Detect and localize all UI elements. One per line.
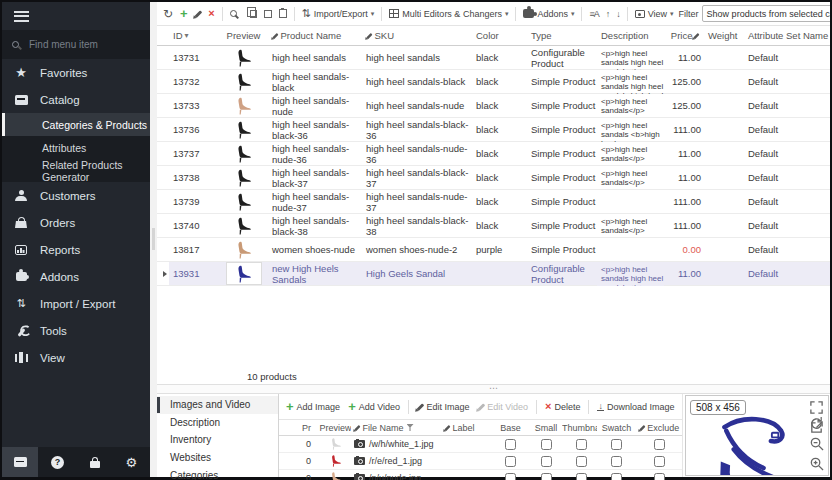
small-checkbox[interactable]: [541, 439, 552, 450]
sidebar-item-catalog[interactable]: Catalog: [2, 86, 150, 113]
sidebar-item-view[interactable]: View: [2, 344, 150, 371]
rotate-icon[interactable]: [809, 416, 824, 431]
move-up-button[interactable]: ↑: [604, 7, 612, 21]
column-header-position[interactable]: Pr: [287, 423, 317, 433]
exclude-checkbox[interactable]: [654, 456, 665, 467]
table-row[interactable]: 13739 high heel sandals-nude-37high heel…: [157, 190, 830, 214]
column-header-small[interactable]: Small: [527, 423, 562, 433]
addons-menu[interactable]: Addons ▾: [521, 7, 576, 21]
sidebar-item-related-products-generator[interactable]: Related Products Generator: [2, 159, 150, 182]
sidebar-item-orders[interactable]: Orders: [2, 209, 150, 236]
small-checkbox[interactable]: [541, 456, 552, 467]
download-image-button[interactable]: ↓Download Image: [595, 400, 676, 414]
thumbnail-checkbox[interactable]: [576, 456, 587, 467]
thumbnail-checkbox[interactable]: [576, 473, 587, 480]
add-image-button[interactable]: +Add Image: [284, 398, 342, 415]
small-checkbox[interactable]: [541, 473, 552, 480]
tab-websites[interactable]: Websites: [157, 449, 278, 467]
column-header-id[interactable]: ID▾: [169, 26, 215, 45]
sidebar-item-favorites[interactable]: ★ Favorites: [2, 59, 150, 86]
edit-product-button[interactable]: [193, 8, 204, 20]
select-button[interactable]: [262, 8, 274, 20]
column-header-sku[interactable]: SKU: [362, 26, 472, 45]
column-header-exclude[interactable]: Exclude: [633, 423, 682, 433]
exclude-checkbox[interactable]: [654, 473, 665, 480]
base-checkbox[interactable]: [505, 456, 516, 467]
move-down-button[interactable]: ↓: [614, 7, 622, 21]
table-row[interactable]: 13733 high heel sandals-nudehigh heel sa…: [157, 94, 830, 118]
fit-screen-icon[interactable]: [809, 400, 824, 415]
grid-icon: [389, 9, 399, 18]
column-header-description[interactable]: Description: [597, 26, 664, 45]
tab-description[interactable]: Description: [157, 414, 278, 432]
table-row[interactable]: 13817 women shoes-nudewomen shoes-nude-2…: [157, 238, 830, 262]
column-header-swatch[interactable]: Swatch: [597, 423, 633, 433]
import-export-menu[interactable]: ⇅ Import/Export ▾: [300, 6, 377, 21]
copy-button[interactable]: [245, 8, 259, 20]
column-header-product-name[interactable]: Product Name: [268, 26, 362, 45]
sidebar-item-addons[interactable]: Addons: [2, 263, 150, 290]
add-video-button[interactable]: +Add Video: [346, 398, 402, 415]
sidebar-item-customers[interactable]: Customers: [2, 182, 150, 209]
swatch-checkbox[interactable]: [611, 439, 622, 450]
table-row[interactable]: 13738 high heel sandals-black-37high hee…: [157, 166, 830, 190]
swatch-checkbox[interactable]: [611, 456, 622, 467]
tab-inventory[interactable]: Inventory: [157, 431, 278, 449]
sidebar-item-reports[interactable]: Reports: [2, 236, 150, 263]
table-row[interactable]: 13740 high heel sandals-black-38high hee…: [157, 214, 830, 238]
column-header-color[interactable]: Color: [472, 26, 527, 45]
column-header-attribute-set[interactable]: Attribute Set Name: [744, 26, 830, 45]
view-menu[interactable]: View ▾: [633, 7, 676, 21]
thumbnail-checkbox[interactable]: [576, 439, 587, 450]
refresh-button[interactable]: ↻: [161, 6, 175, 22]
sidebar-item-attributes[interactable]: Attributes: [2, 136, 150, 159]
column-header-preview[interactable]: Preview: [317, 423, 351, 433]
help-icon[interactable]: ?: [51, 456, 64, 469]
search-icon: [12, 41, 19, 48]
delete-product-button[interactable]: ×: [206, 6, 216, 21]
base-checkbox[interactable]: [505, 439, 516, 450]
columns-icon: [19, 352, 23, 363]
multi-editors-menu[interactable]: Multi Editors & Changers ▾: [387, 7, 510, 21]
column-header-label[interactable]: Label: [441, 423, 491, 433]
menu-search-input[interactable]: [29, 39, 140, 50]
table-row[interactable]: 13731 high heel sandalshigh heel sandals…: [157, 46, 830, 70]
swatch-checkbox[interactable]: [611, 473, 622, 480]
sort-az-button[interactable]: ≡A: [587, 7, 600, 21]
exclude-checkbox[interactable]: [654, 439, 665, 450]
edit-image-button[interactable]: Edit Image: [415, 400, 472, 414]
delete-image-button[interactable]: ×Delete: [543, 399, 582, 414]
lock-icon[interactable]: [90, 461, 100, 468]
hamburger-menu-icon[interactable]: [14, 11, 29, 22]
store-button[interactable]: [2, 447, 38, 477]
sidebar-item-categories-products[interactable]: Categories & Products: [2, 113, 150, 136]
column-header-preview[interactable]: Preview: [215, 26, 268, 45]
tab-categories[interactable]: Categories: [157, 466, 278, 480]
gear-icon[interactable]: ⚙: [125, 456, 137, 469]
zoom-in-icon[interactable]: [809, 456, 824, 471]
column-header-base[interactable]: Base: [491, 423, 527, 433]
horizontal-splitter[interactable]: ⋯: [157, 385, 830, 394]
search-button[interactable]: [228, 8, 242, 19]
column-header-thumbnail[interactable]: Thumbna: [562, 423, 597, 433]
base-checkbox[interactable]: [505, 473, 516, 480]
image-row[interactable]: 0 /r/e/red_1.jpg: [279, 453, 682, 470]
table-row[interactable]: 13737 high heel sandals-nude-36high heel…: [157, 142, 830, 166]
sidebar-item-import-export[interactable]: ⇅ Import / Export: [2, 290, 150, 317]
zoom-out-icon[interactable]: [809, 436, 824, 451]
tab-images-and-video[interactable]: Images and Video: [157, 396, 278, 414]
table-row[interactable]: 13732 high heel sandals-blackhigh heel s…: [157, 70, 830, 94]
image-row[interactable]: 0 /w/h/white_1.jpg: [279, 436, 682, 453]
vertical-splitter[interactable]: [150, 2, 157, 477]
add-product-button[interactable]: +: [178, 5, 190, 22]
column-header-price[interactable]: Price: [664, 26, 704, 45]
table-row-selected[interactable]: 13931 new High Heels SandalsHigh Geels S…: [157, 262, 830, 286]
sidebar-item-tools[interactable]: Tools: [2, 317, 150, 344]
column-header-file-name[interactable]: File Name: [351, 423, 441, 433]
column-header-weight[interactable]: Weight: [704, 26, 744, 45]
table-row[interactable]: 13736 high heel sandals-black-36high hee…: [157, 118, 830, 142]
paste-button[interactable]: [277, 7, 289, 20]
column-header-type[interactable]: Type: [527, 26, 597, 45]
category-filter-select[interactable]: Show products from selected categories ▾: [702, 5, 830, 22]
image-row[interactable]: 0 /n/u/nude.jpg: [279, 470, 682, 480]
